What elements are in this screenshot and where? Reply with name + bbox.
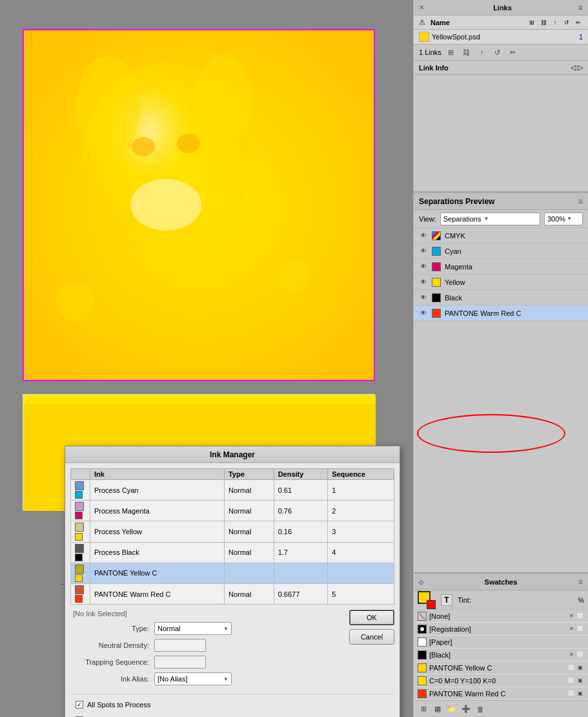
- sep-channel-yellow[interactable]: 👁 Yellow: [414, 275, 588, 290]
- swatches-chevron[interactable]: ◇: [419, 579, 423, 585]
- sep-eye-cyan[interactable]: 👁: [419, 247, 428, 256]
- links-page-num: 1: [579, 33, 583, 41]
- swatches-menu-btn[interactable]: ≡: [578, 577, 583, 587]
- table-row[interactable]: Process Cyan Normal 0.61 1: [71, 480, 394, 501]
- links-menu-btn[interactable]: ≡: [578, 3, 583, 12]
- sep-view-row: View: Separations ▼ 300% ▼: [414, 210, 588, 228]
- swatches-panel-header: ◇ Swatches ≡: [414, 574, 588, 590]
- sw-tool-1[interactable]: ⊞: [418, 703, 429, 715]
- links-icon4[interactable]: ↺: [562, 18, 571, 27]
- links-icon2[interactable]: ⛓: [539, 18, 548, 27]
- swatch-pantone-yellow[interactable]: PANTONE Yellow C ⬜ ▣: [414, 661, 588, 674]
- row-density-pantone-warm-red: 0.6677: [274, 583, 328, 604]
- ink-col-density[interactable]: Density: [274, 469, 328, 480]
- sw-tool-5[interactable]: 🗑: [474, 703, 486, 715]
- swatch-black-icons: ✕ ⬜: [567, 651, 584, 659]
- sep-swatch-cyan: [432, 247, 441, 256]
- sep-panel-title: Separations Preview: [419, 197, 494, 206]
- sep-eye-black[interactable]: 👁: [419, 293, 428, 302]
- row-seq-pantone-warm-red: 5: [328, 583, 394, 604]
- ink-col-icon: [71, 469, 90, 480]
- checkbox-stp-box[interactable]: ✓: [76, 701, 83, 709]
- links-chain-btn[interactable]: ⛓: [461, 47, 472, 58]
- ink-col-type[interactable]: Type: [224, 469, 274, 480]
- sep-eye-cmyk[interactable]: 👁: [419, 231, 428, 240]
- sep-zoom-dropdown[interactable]: 300% ▼: [544, 213, 583, 225]
- sep-swatch-cmyk: [432, 231, 441, 240]
- cancel-button[interactable]: Cancel: [349, 629, 394, 645]
- row-type-magenta: Normal: [224, 501, 274, 521]
- svg-point-8: [76, 308, 101, 334]
- ok-button[interactable]: OK: [349, 610, 394, 625]
- sep-channel-black[interactable]: 👁 Black: [414, 290, 588, 306]
- links-filename: YellowSpot.psd: [432, 33, 579, 41]
- row-seq-cyan: 1: [328, 480, 394, 501]
- ink-col-ink[interactable]: Ink: [90, 469, 225, 480]
- ink-alias-arrow: ▼: [223, 676, 228, 682]
- links-relink-btn[interactable]: ⊞: [445, 47, 457, 58]
- links-refresh-btn[interactable]: ↺: [492, 47, 503, 58]
- swatch-paper[interactable]: [Paper]: [414, 636, 588, 649]
- swatch-cmyk-yellow[interactable]: C=0 M=0 Y=100 K=0 ⬜ ▣: [414, 674, 588, 687]
- svg-point-4: [132, 137, 155, 156]
- ink-col-sequence[interactable]: Sequence: [328, 469, 394, 480]
- ink-table: Ink Type Density Sequence Process Cyan N…: [70, 468, 394, 605]
- ink-alias-row: Ink Alias: [No Alias] ▼: [70, 672, 344, 686]
- row-ink-pantone-warm-red: PANTONE Warm Red C: [90, 583, 225, 604]
- sep-eye-pantone-warm-red[interactable]: 👁: [419, 309, 428, 318]
- type-dropdown[interactable]: Normal ▼: [154, 622, 232, 635]
- sw-tool-2[interactable]: ▦: [432, 703, 443, 715]
- links-icon3[interactable]: ↑: [551, 18, 560, 27]
- row-icon-pantone-yellow: [71, 563, 90, 583]
- neutral-density-input[interactable]: [154, 639, 206, 652]
- swatch-black[interactable]: [Black] ✕ ⬜: [414, 649, 588, 661]
- row-density-cyan: 0.61: [274, 480, 328, 501]
- sep-view-dropdown[interactable]: Separations ▼: [440, 213, 540, 225]
- trapping-sequence-input[interactable]: [154, 656, 206, 669]
- swatch-registration[interactable]: [Registration] ✕ ⬜: [414, 623, 588, 636]
- swatch-t-button[interactable]: T: [441, 594, 452, 606]
- swatches-toolbar: ⊞ ▦ 📁 ➕ 🗑: [414, 700, 588, 717]
- links-toolbar: 1 Links ⊞ ⛓ ↑ ↺ ✏: [414, 44, 588, 61]
- sep-channel-pantone-warm-red[interactable]: 👁 PANTONE Warm Red C: [414, 306, 588, 321]
- links-file-row[interactable]: YellowSpot.psd 1: [414, 30, 588, 44]
- table-row[interactable]: Process Magenta Normal 0.76 2: [71, 501, 394, 521]
- swatch-cmyk-yellow-name: C=0 M=0 Y=100 K=0: [429, 677, 565, 685]
- table-row[interactable]: PANTONE Warm Red C Normal 0.6677 5: [71, 583, 394, 604]
- svg-point-2: [76, 56, 140, 160]
- sep-channel-cmyk[interactable]: 👁 CMYK: [414, 228, 588, 244]
- sep-menu-btn[interactable]: ≡: [578, 197, 583, 206]
- table-row[interactable]: Process Black Normal 1.7 4: [71, 542, 394, 563]
- table-row-selected[interactable]: PANTONE Yellow C: [71, 563, 394, 583]
- swatch-pwr-sq2: ▣: [576, 690, 584, 698]
- swatch-pwr-sq: ⬜: [567, 690, 575, 698]
- sep-channel-magenta[interactable]: 👁 Magenta: [414, 259, 588, 275]
- links-edit-btn[interactable]: ✏: [507, 47, 519, 58]
- link-info-prev[interactable]: ◁: [571, 63, 576, 71]
- no-ink-label: [No Ink Selected]: [70, 610, 344, 618]
- sep-channel-cyan[interactable]: 👁 Cyan: [414, 244, 588, 259]
- swatch-reg-x: ✕: [567, 625, 575, 633]
- sw-tool-4[interactable]: ➕: [460, 703, 472, 715]
- checkbox-spots-to-process[interactable]: ✓ All Spots to Process: [76, 701, 389, 709]
- links-icon5[interactable]: ✏: [574, 18, 583, 27]
- links-panel-header: ✕ Links ≡: [414, 0, 588, 16]
- links-icon1[interactable]: ⊞: [527, 18, 536, 27]
- link-info-next[interactable]: ▷: [578, 63, 583, 71]
- swatch-pantone-warm-red[interactable]: PANTONE Warm Red C ⬜ ▣: [414, 687, 588, 700]
- links-close-btn[interactable]: ✕: [419, 4, 424, 11]
- swatch-registration-icons: ✕ ⬜: [567, 625, 584, 633]
- links-name-col[interactable]: Name: [431, 19, 527, 26]
- sw-tool-3[interactable]: 📁: [446, 703, 458, 715]
- type-field-label: Type:: [70, 625, 154, 632]
- separations-panel: Separations Preview ≡ View: Separations …: [414, 192, 588, 717]
- sep-eye-yellow[interactable]: 👁: [419, 278, 428, 287]
- ink-alias-dropdown[interactable]: [No Alias] ▼: [154, 672, 232, 685]
- links-update-btn[interactable]: ↑: [476, 47, 488, 58]
- sep-eye-magenta[interactable]: 👁: [419, 262, 428, 271]
- swatch-black-sq: ⬜: [576, 651, 584, 659]
- tint-label: Tint:: [458, 596, 471, 604]
- swatch-none[interactable]: [None] ✕ ⬜: [414, 610, 588, 623]
- row-icon-black: [71, 542, 90, 563]
- table-row[interactable]: Process Yellow Normal 0.16 3: [71, 521, 394, 542]
